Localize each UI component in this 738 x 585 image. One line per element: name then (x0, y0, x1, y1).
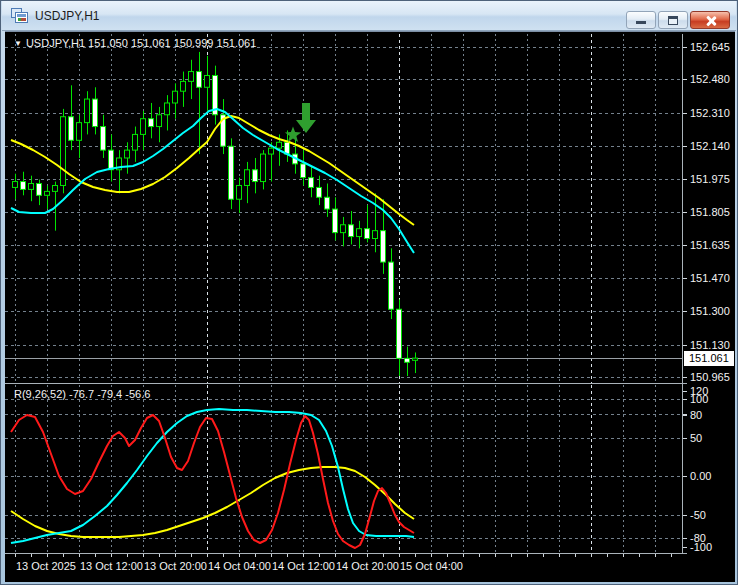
price-axis-label: 150.965 (690, 370, 730, 384)
indicator-label[interactable]: R(9,26,52) -76.7 -79.4 -56.6 (14, 388, 150, 400)
indicator-axis-label: 100 (690, 392, 708, 406)
chart-window-icon (11, 8, 28, 23)
time-axis-label: 15 Oct 04:00 (400, 559, 463, 573)
price-axis-label: 152.140 (690, 139, 730, 153)
close-button[interactable] (690, 11, 730, 29)
minimize-button[interactable] (626, 11, 656, 29)
time-axis-label: 13 Oct 12:00 (80, 559, 143, 573)
chart-client-area: ▼USDJPY,H1 151.050 151.061 150.999 151.0… (5, 31, 735, 582)
price-axis-label: 151.470 (690, 271, 730, 285)
chart-window: USDJPY,H1 ▼USDJPY,H1 151.050 151.061 150… (0, 0, 738, 585)
price-axis-label: 151.805 (690, 205, 730, 219)
titlebar[interactable]: USDJPY,H1 (2, 1, 736, 31)
price-axis-label: 152.645 (690, 40, 730, 54)
restore-icon (668, 16, 678, 25)
chevron-down-icon: ▼ (14, 39, 22, 48)
restore-button[interactable] (658, 11, 688, 29)
window-controls (624, 11, 730, 29)
indicator-axis-label: -50 (690, 508, 706, 522)
time-axis-label: 14 Oct 12:00 (272, 559, 335, 573)
price-axis-label: 151.635 (690, 238, 730, 252)
indicator-axis-label: 50 (690, 431, 702, 445)
symbol-ohlc-label[interactable]: ▼USDJPY,H1 151.050 151.061 150.999 151.0… (14, 37, 256, 49)
window-title: USDJPY,H1 (35, 9, 99, 23)
price-axis-label: 151.300 (690, 304, 730, 318)
price-axis-label: 152.480 (690, 72, 730, 86)
time-axis-label: 13 Oct 20:00 (144, 559, 207, 573)
price-axis-label: 151.130 (690, 338, 730, 352)
close-icon (704, 14, 717, 27)
time-axis-label: 14 Oct 04:00 (208, 559, 271, 573)
current-price-tag: 151.061 (684, 351, 734, 366)
minimize-icon (636, 21, 646, 24)
indicator-axis-label: 0.00 (690, 469, 711, 483)
price-axis-label: 151.975 (690, 172, 730, 186)
indicator-axis-label: 80 (690, 408, 702, 422)
chart-canvas[interactable] (5, 32, 735, 583)
price-axis-label: 152.310 (690, 106, 730, 120)
time-axis-label: 13 Oct 2025 (16, 559, 76, 573)
time-axis-label: 14 Oct 20:00 (336, 559, 399, 573)
indicator-axis-label: -100 (690, 540, 712, 554)
